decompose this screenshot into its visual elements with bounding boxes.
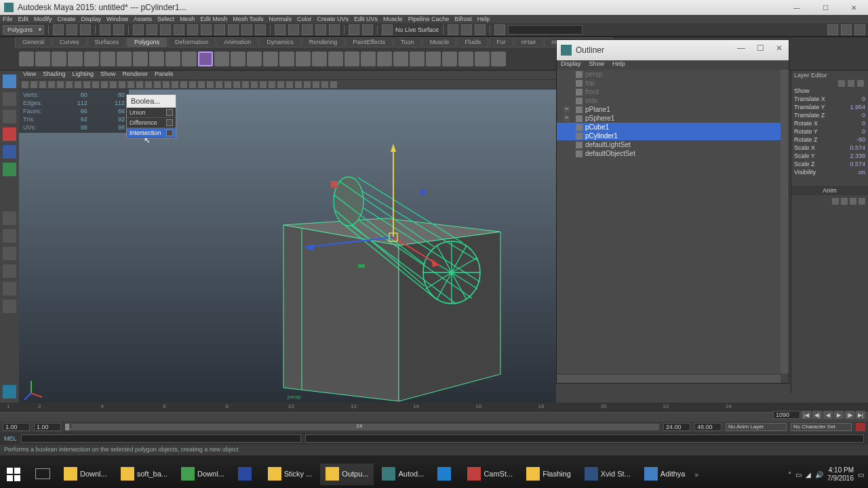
snap-grid-icon[interactable]	[275, 24, 285, 35]
panel-tool-24[interactable]	[233, 81, 240, 88]
playback-end[interactable]: 24.00	[663, 423, 690, 431]
layout-2-icon[interactable]	[3, 229, 16, 243]
outliner-scrollbar-v[interactable]	[781, 70, 789, 373]
shelf-tab-fluids[interactable]: Fluids	[457, 37, 488, 47]
shelf-tab-painteffects[interactable]: PaintEffects	[345, 37, 393, 47]
panel-menu-shading[interactable]: Shading	[43, 70, 65, 79]
menu-mesh-tools[interactable]: Mesh Tools	[233, 16, 263, 22]
shelf-tab-surfaces[interactable]: Surfaces	[87, 37, 127, 47]
outliner-minimize[interactable]: —	[733, 41, 749, 55]
save-scene-icon[interactable]	[80, 24, 91, 35]
minimize-button[interactable]: —	[783, 0, 811, 15]
layer-icon-4[interactable]	[859, 198, 865, 205]
select-face-icon[interactable]	[241, 24, 252, 35]
panel-tool-23[interactable]	[224, 81, 231, 88]
lasso-tool[interactable]	[3, 92, 16, 106]
menu-color[interactable]: Color	[297, 16, 312, 22]
shelf-icon-18[interactable]	[312, 52, 327, 66]
select-icon[interactable]	[133, 24, 144, 35]
char-set-dropdown[interactable]: No Character Set	[791, 423, 852, 431]
shelf-icon-6[interactable]	[117, 52, 132, 66]
shelf-tab-nhair[interactable]: nHair	[514, 37, 544, 47]
shelf-icon-15[interactable]	[263, 52, 278, 66]
maya-home-icon[interactable]	[3, 385, 16, 399]
outliner-item-front[interactable]: front	[557, 87, 781, 96]
shelf-tab-toon[interactable]: Toon	[393, 37, 422, 47]
range-start[interactable]: 1.00	[3, 423, 30, 431]
panel-tool-28[interactable]	[269, 81, 275, 88]
outliner-window[interactable]: Outliner — ☐ ✕ DisplayShowHelp persptopf…	[556, 39, 789, 384]
viewport[interactable]: Verts:8080Edges:112112Faces:6666Tris:929…	[19, 89, 556, 403]
rotate-tool[interactable]	[3, 145, 16, 159]
panel-tool-0[interactable]	[22, 81, 28, 88]
scale-tool[interactable]	[3, 163, 16, 176]
panel-tool-9[interactable]	[101, 81, 108, 88]
shelf-icon-12[interactable]	[214, 52, 229, 66]
open-scene-icon[interactable]	[66, 24, 77, 35]
taskbar-item-2[interactable]: Downl...	[176, 464, 230, 485]
history-icon[interactable]	[349, 24, 359, 35]
channel-rotate-y[interactable]: Rotate Y0	[791, 127, 868, 136]
shelf-icon-3[interactable]	[68, 52, 83, 66]
panel-tool-16[interactable]	[163, 81, 170, 88]
taskbar-item-11[interactable]: Adithya	[639, 464, 691, 485]
taskbar-item-8[interactable]: CamSt...	[462, 464, 518, 485]
outliner-menu-help[interactable]: Help	[612, 60, 625, 70]
panel-tool-33[interactable]	[313, 81, 319, 88]
channel-visibility[interactable]: Visibilityon	[791, 168, 868, 176]
outliner-maximize[interactable]: ☐	[752, 41, 768, 55]
snap-curve-icon[interactable]	[288, 24, 299, 35]
outliner-menu-display[interactable]: Display	[561, 60, 581, 70]
main-menu-bar[interactable]: FileEditModifyCreateDisplayWindowAssetsS…	[0, 15, 868, 23]
select-surface-icon[interactable]	[187, 24, 198, 35]
channel-scale-x[interactable]: Scale X0.574	[791, 144, 868, 152]
outliner-item-pCylinder1[interactable]: pCylinder1	[557, 131, 781, 140]
shelf-icon-8[interactable]	[149, 52, 164, 66]
select-all-icon[interactable]	[160, 24, 171, 35]
panel-tool-3[interactable]	[48, 81, 55, 88]
render-icon[interactable]	[448, 24, 458, 35]
maximize-button[interactable]: ☐	[811, 0, 840, 15]
taskbar-item-9[interactable]: Flashing	[521, 464, 576, 485]
layout-4-icon[interactable]	[3, 264, 16, 278]
menu-create[interactable]: Create	[58, 16, 76, 22]
snap-point-icon[interactable]	[302, 24, 313, 35]
menu-display[interactable]: Display	[81, 16, 102, 22]
clock[interactable]: 4:10 PM 7/9/2016	[827, 466, 854, 483]
panel-menu[interactable]: ViewShadingLightingShowRendererPanels	[19, 70, 556, 80]
select-edge-icon[interactable]	[228, 24, 239, 35]
menu-assets[interactable]: Assets	[134, 16, 152, 22]
tray-up-icon[interactable]: ˄	[788, 471, 791, 479]
current-frame-field[interactable]: 1090	[773, 411, 800, 419]
play-fwd-button[interactable]: ▶	[834, 411, 844, 419]
panel-tool-25[interactable]	[242, 81, 249, 88]
toggle-channel-icon[interactable]	[854, 24, 865, 35]
outliner-item-pPlane1[interactable]: +pPlane1	[557, 105, 781, 114]
menu-create-uvs[interactable]: Create UVs	[317, 16, 349, 22]
shelf-icon-29[interactable]	[491, 52, 506, 66]
outliner-item-pSphere1[interactable]: +pSphere1	[557, 114, 781, 123]
redo-icon[interactable]	[113, 24, 124, 35]
panel-tool-34[interactable]	[321, 81, 328, 88]
panel-tool-4[interactable]	[57, 81, 64, 88]
shelf-icon-14[interactable]	[247, 52, 262, 66]
channel-icon-1[interactable]	[838, 80, 845, 87]
range-slider[interactable]: 1.00 1.00 1 24 24.00 48.00 No Anim Layer…	[0, 422, 868, 432]
tray-volume-icon[interactable]: 🔊	[815, 471, 823, 479]
outliner-menu[interactable]: DisplayShowHelp	[557, 60, 789, 70]
shelf-icon-17[interactable]	[296, 52, 311, 66]
taskbar-item-4[interactable]: Sticky ...	[262, 464, 318, 485]
menu-mesh[interactable]: Mesh	[180, 16, 195, 22]
taskbar-item-1[interactable]: soft_ba...	[115, 464, 173, 485]
quick-select-input[interactable]	[508, 25, 583, 35]
menu-bifrost[interactable]: Bifrost	[454, 16, 472, 22]
taskbar-item-0[interactable]: Downl...	[58, 464, 113, 485]
anim-layer-dropdown[interactable]: No Anim Layer	[726, 423, 787, 431]
layout-3-icon[interactable]	[3, 247, 16, 260]
panel-toolbar[interactable]	[19, 80, 556, 89]
select-vertex-icon[interactable]	[214, 24, 225, 35]
windows-taskbar[interactable]: Downl...soft_ba...Downl...Sticky ...Outp…	[0, 461, 868, 488]
panel-tool-18[interactable]	[180, 81, 187, 88]
shelf-tab-curves[interactable]: Curves	[52, 37, 87, 47]
time-track[interactable]	[0, 412, 868, 422]
